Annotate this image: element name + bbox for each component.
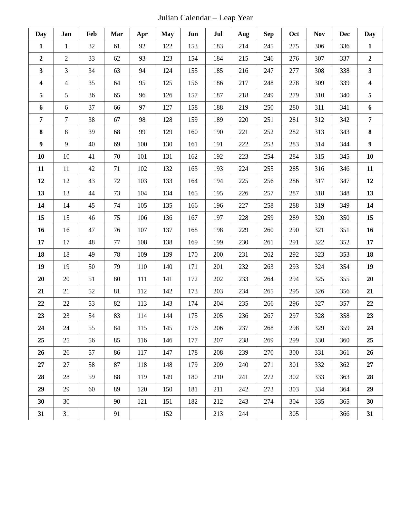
day-number-start: 28 (28, 371, 54, 383)
day-number-end: 19 (357, 261, 383, 273)
cell-may: 150 (155, 383, 181, 396)
cell-may: 137 (155, 224, 181, 236)
cell-mar: 84 (104, 322, 130, 334)
column-header-apr: Apr (130, 28, 155, 40)
cell-jan: 22 (54, 298, 79, 310)
cell-aug: 237 (231, 322, 256, 334)
cell-feb: 46 (79, 212, 104, 224)
cell-aug: 235 (231, 298, 256, 310)
day-number-end: 28 (357, 371, 383, 383)
cell-mar: 87 (104, 359, 130, 371)
day-number-start: 9 (28, 138, 54, 151)
cell-jun: 158 (180, 102, 206, 114)
cell-mar: 81 (104, 285, 130, 298)
cell-jan: 20 (54, 273, 79, 285)
cell-nov: 323 (307, 249, 332, 261)
column-header-may: May (155, 28, 181, 40)
cell-jun: 166 (180, 200, 206, 212)
cell-nov: 316 (307, 163, 332, 175)
day-number-start: 16 (28, 224, 54, 236)
cell-mar: 71 (104, 163, 130, 175)
day-number-start: 7 (28, 114, 54, 126)
cell-apr: 101 (130, 151, 155, 163)
cell-dec: 356 (332, 285, 357, 298)
cell-jul: 210 (206, 371, 231, 383)
cell-may: 144 (155, 310, 181, 322)
table-row: 2828598811914918021024127230233336328 (28, 371, 383, 383)
cell-oct: 276 (281, 53, 307, 65)
cell-feb: 42 (79, 163, 104, 175)
day-number-start: 11 (28, 163, 54, 175)
cell-jul: 192 (206, 151, 231, 163)
cell-sep: 245 (256, 40, 282, 53)
cell-jun: 177 (180, 334, 206, 347)
cell-jan: 31 (54, 408, 79, 420)
cell-dec: 349 (332, 200, 357, 212)
cell-aug: 241 (231, 371, 256, 383)
cell-oct: 281 (281, 114, 307, 126)
cell-nov: 311 (307, 102, 332, 114)
cell-oct: 290 (281, 224, 307, 236)
cell-aug: 236 (231, 310, 256, 322)
cell-may: 132 (155, 163, 181, 175)
cell-feb: 45 (79, 200, 104, 212)
cell-jun: 159 (180, 114, 206, 126)
cell-aug: 222 (231, 138, 256, 151)
cell-nov: 333 (307, 371, 332, 383)
table-row: 663766971271581882192502803113416 (28, 102, 383, 114)
cell-jul: 206 (206, 322, 231, 334)
cell-apr: 107 (130, 224, 155, 236)
cell-apr: 112 (130, 285, 155, 298)
cell-jan: 1 (54, 40, 79, 53)
cell-feb: 54 (79, 310, 104, 322)
cell-oct: 305 (281, 408, 307, 420)
cell-nov: 319 (307, 200, 332, 212)
cell-oct: 279 (281, 89, 307, 102)
cell-jan: 5 (54, 89, 79, 102)
day-number-end: 27 (357, 359, 383, 371)
cell-apr: 120 (130, 383, 155, 396)
cell-jun: 179 (180, 359, 206, 371)
day-number-start: 30 (28, 396, 54, 408)
cell-nov: 313 (307, 126, 332, 138)
cell-jun: 181 (180, 383, 206, 396)
table-row: 2626578611714717820823927030033136126 (28, 347, 383, 359)
day-number-end: 10 (357, 151, 383, 163)
cell-may: 128 (155, 114, 181, 126)
cell-jun: 172 (180, 273, 206, 285)
cell-may: 131 (155, 151, 181, 163)
cell-dec: 343 (332, 126, 357, 138)
cell-sep: 252 (256, 126, 282, 138)
day-number-end: 21 (357, 285, 383, 298)
cell-jan: 19 (54, 261, 79, 273)
table-row: 1818497810913917020023126229232335318 (28, 249, 383, 261)
column-header-oct: Oct (281, 28, 307, 40)
cell-mar: 83 (104, 310, 130, 322)
cell-sep: 268 (256, 322, 282, 334)
cell-jan: 15 (54, 212, 79, 224)
cell-aug: 219 (231, 102, 256, 114)
cell-may: 124 (155, 65, 181, 77)
table-row: 9940691001301611912222532833143449 (28, 138, 383, 151)
day-number-end: 18 (357, 249, 383, 261)
cell-may: 127 (155, 102, 181, 114)
cell-jan: 4 (54, 77, 79, 89)
cell-sep: 264 (256, 273, 282, 285)
cell-jul: 186 (206, 77, 231, 89)
table-row: 1717487710813816919923026129132235217 (28, 236, 383, 249)
cell-nov: 320 (307, 212, 332, 224)
cell-apr: 114 (130, 310, 155, 322)
cell-apr: 97 (130, 102, 155, 114)
cell-sep: 265 (256, 285, 282, 298)
cell-feb (79, 396, 104, 408)
cell-aug: 221 (231, 126, 256, 138)
cell-mar: 85 (104, 334, 130, 347)
day-number-start: 1 (28, 40, 54, 53)
cell-nov: 318 (307, 187, 332, 200)
cell-apr: 94 (130, 65, 155, 77)
cell-nov: 317 (307, 175, 332, 187)
cell-oct: 283 (281, 138, 307, 151)
cell-apr: 100 (130, 138, 155, 151)
table-row: 773867981281591892202512813123427 (28, 114, 383, 126)
cell-aug: 217 (231, 77, 256, 89)
